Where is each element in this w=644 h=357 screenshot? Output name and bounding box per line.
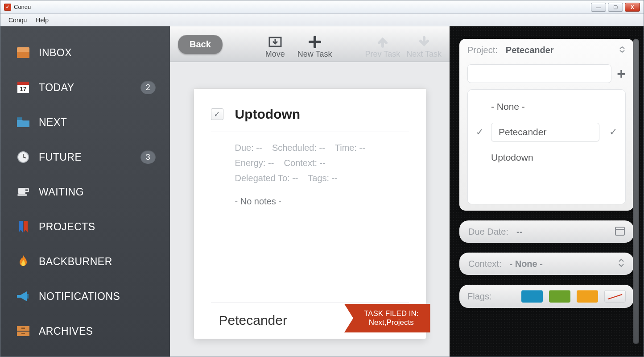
context-value: - None - [509,259,542,269]
menu-conqu[interactable]: Conqu [4,15,31,25]
project-search-input[interactable] [467,64,611,83]
sidebar-item-future[interactable]: FUTURE 3 [0,140,170,174]
cup-icon [17,185,30,199]
window-title: Conqu [14,4,31,10]
plus-icon [309,34,321,50]
task-notes: - No notes - [235,196,409,207]
folder-icon [17,116,30,129]
project-label: Project: [467,45,498,55]
sidebar-item-today[interactable]: 17 TODAY 2 [0,70,170,105]
svg-rect-5 [17,117,22,120]
project-option-label: Petecander [491,123,599,141]
expand-icon[interactable] [618,258,625,270]
sidebar-item-label: FUTURE [39,151,82,163]
project-option-uptodown[interactable]: Uptodown [476,147,617,168]
menu-help[interactable]: Help [31,15,53,25]
sidebar-item-backburner[interactable]: BACKBURNER [0,244,170,279]
sidebar-item-waiting[interactable]: WAITING [0,174,170,209]
toolbar: Back Move New Task Prev Task [170,26,450,62]
check-icon: ✓ [476,127,485,137]
sidebar-item-notifications[interactable]: NOTIFICATIONS [0,279,170,314]
svg-rect-2 [17,82,29,85]
flag-none[interactable] [604,290,626,303]
move-icon [268,34,282,50]
svg-rect-17 [615,227,624,235]
sidebar-item-label: NOTIFICATIONS [39,291,120,303]
sidebar-item-label: BACKBURNER [39,256,112,268]
filed-in-ribbon: TASK FILED IN: Next,Projects [344,304,430,332]
project-option-petecander[interactable]: ✓ Petecander ✓ [476,117,617,147]
window-controls: — ▢ X [591,3,640,12]
task-checkbox[interactable]: ✓ [211,108,223,120]
project-option-none[interactable]: - None - [476,96,617,117]
due-date-label: Due Date: [468,227,508,237]
right-panel: Project: Petecander + - None - [450,26,644,357]
toolbar-label: New Task [297,50,332,59]
app-icon [4,4,11,11]
sidebar-item-next[interactable]: NEXT [0,105,170,140]
svg-rect-1 [17,52,29,58]
drawer-icon [17,324,30,338]
minimize-button[interactable]: — [591,3,606,12]
flame-icon [17,255,30,268]
inbox-icon [17,46,30,59]
project-option-label: Uptodown [491,152,533,163]
sidebar-item-label: PROJECTS [39,221,95,233]
project-value: Petecander [506,45,554,55]
flag-blue[interactable] [521,290,543,303]
context-label: Context: [468,259,501,269]
add-project-button[interactable]: + [617,66,626,81]
move-button[interactable]: Move [265,34,285,59]
arrow-up-icon [376,34,389,50]
toolbar-label: Prev Task [365,50,400,59]
svg-rect-9 [18,188,25,194]
flag-green[interactable] [549,290,570,303]
task-card-area: ✓ Uptodown Due: -- Scheduled: -- Time: -… [170,62,450,357]
calendar-icon[interactable] [615,226,625,238]
menubar: Conqu Help [0,14,644,26]
right-scrollbar[interactable] [633,39,639,344]
calendar-17-icon: 17 [17,81,30,94]
confirm-check-icon[interactable]: ✓ [609,126,617,138]
flag-orange[interactable] [577,290,598,303]
ribbon-title: TASK FILED IN: [364,309,419,318]
sidebar: INBOX 17 TODAY 2 NEXT FUTURE 3 WAITING [0,26,170,357]
divider [211,132,409,132]
project-option-label: - None - [491,101,525,112]
sidebar-item-inbox[interactable]: INBOX [0,35,170,70]
close-button[interactable]: X [625,3,640,12]
back-button[interactable]: Back [178,35,223,54]
main: Back Move New Task Prev Task [170,26,450,357]
toolbar-label: Next Task [406,50,442,59]
task-title: Uptodown [235,107,301,122]
maximize-button[interactable]: ▢ [608,3,623,12]
svg-text:17: 17 [20,86,26,92]
svg-rect-15 [21,333,25,334]
flags-pill: Flags: [459,285,634,308]
next-task-button[interactable]: Next Task [406,34,442,59]
megaphone-icon [17,290,30,303]
task-project-name: Petecander [219,313,287,328]
new-task-button[interactable]: New Task [297,34,332,59]
clock-icon [17,150,30,164]
sidebar-item-label: ARCHIVES [39,325,93,337]
project-list: - None - ✓ Petecander ✓ Uptodown [467,89,626,204]
app-body: INBOX 17 TODAY 2 NEXT FUTURE 3 WAITING [0,26,644,357]
task-meta-line-2: Energy: -- Context: -- [235,155,409,170]
prev-task-button[interactable]: Prev Task [365,34,400,59]
sidebar-item-label: TODAY [39,82,74,94]
due-date-pill[interactable]: Due Date: -- [459,220,634,243]
collapse-icon[interactable] [619,45,626,55]
context-pill[interactable]: Context: - None - [459,253,634,275]
sidebar-item-archives[interactable]: ARCHIVES [0,314,170,349]
task-card: ✓ Uptodown Due: -- Scheduled: -- Time: -… [194,89,426,339]
svg-rect-11 [27,294,29,299]
sidebar-item-projects[interactable]: PROJECTS [0,209,170,244]
arrow-down-icon [418,34,430,50]
sidebar-item-label: NEXT [39,116,67,129]
window: Conqu — ▢ X Conqu Help INBOX 17 TODAY 2 … [0,0,644,357]
sidebar-badge: 2 [140,81,156,94]
sidebar-badge: 3 [140,150,156,164]
svg-rect-10 [17,194,27,196]
project-panel: Project: Petecander + - None - [459,39,634,211]
